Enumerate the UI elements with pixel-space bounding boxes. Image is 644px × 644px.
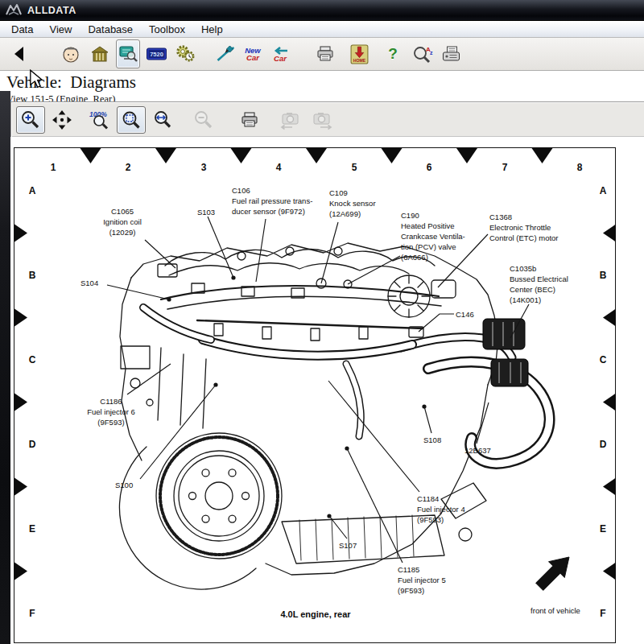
zoom-out-button[interactable] (189, 106, 218, 134)
callout-C1184: C1184Fuel injector 4(9F593) (417, 493, 465, 525)
calculator-button[interactable]: 7520 (145, 40, 167, 68)
previous-car-icon: Car (272, 47, 288, 62)
library-building-icon (89, 44, 110, 64)
zoom-fit-button[interactable] (117, 106, 146, 134)
zoom-100-icon: 100% (89, 109, 111, 130)
printer-icon (315, 44, 336, 64)
zoom-out-icon (193, 109, 214, 130)
callout-S100: S100 (115, 480, 133, 490)
callout-S103: S103 (197, 207, 215, 217)
callout-C190: C190Heated PositiveCrankcase Ventila-tio… (401, 210, 465, 263)
viewer-toolbar: 100% (10, 101, 644, 137)
menu-bar: DataViewDatabaseToolboxHelp (0, 21, 644, 38)
search-az-icon: A z (412, 44, 435, 64)
pan-button[interactable] (47, 106, 76, 134)
gears-clock-icon (175, 43, 196, 64)
zoom-100-button[interactable]: 100% (85, 106, 114, 134)
back-icon (10, 44, 28, 64)
expert-face-icon (60, 43, 81, 64)
front-of-vehicle-label: front of vehicle (530, 606, 580, 615)
search-button[interactable]: A z (412, 40, 435, 68)
svg-text:HOME: HOME (353, 58, 365, 63)
print-button[interactable] (314, 40, 336, 68)
page-title: Vehicle: Diagrams (6, 72, 644, 93)
menu-database[interactable]: Database (80, 22, 141, 37)
callout-C1035b: C1035bBussed ElectricalCenter (BEC)(14K0… (510, 263, 568, 305)
expert-button[interactable] (60, 40, 82, 68)
diagram-viewer-icon (118, 43, 139, 64)
menu-toolbox[interactable]: Toolbox (141, 22, 193, 37)
home-bookmark-button[interactable]: HOME (348, 40, 370, 68)
main-toolbar: 7520 New Car Car (0, 38, 644, 71)
next-view-button[interactable] (308, 106, 336, 134)
svg-text:z: z (430, 50, 433, 56)
svg-text:7520: 7520 (150, 51, 163, 58)
zoom-width-icon (152, 109, 173, 130)
back-button[interactable] (8, 40, 31, 68)
home-bookmark-icon: HOME (349, 44, 369, 64)
prev-view-camera-icon (279, 109, 302, 130)
zoom-in-button[interactable] (16, 106, 45, 134)
menu-data[interactable]: Data (3, 22, 41, 37)
pan-icon (52, 109, 72, 130)
notes-button[interactable] (214, 40, 237, 68)
zoom-width-button[interactable] (148, 106, 177, 134)
library-button[interactable] (89, 40, 111, 68)
callout-C109: C109Knock sensor(12A699) (329, 188, 376, 219)
fax-icon (440, 44, 462, 64)
zoom-fit-icon (121, 109, 142, 130)
new-car-icon: New Car (245, 47, 261, 61)
previous-car-button[interactable]: Car (269, 40, 291, 68)
diagram-viewer-button[interactable] (116, 39, 140, 68)
alldata-window: ALLDATA DataViewDatabaseToolboxHelp (0, 0, 644, 644)
menu-help[interactable]: Help (193, 22, 231, 37)
callout-12B637: 12B637 (464, 445, 491, 456)
fax-button[interactable] (440, 40, 462, 68)
help-icon: ? (388, 45, 398, 63)
callout-C146: C146 (456, 309, 474, 320)
window-edge (0, 91, 10, 644)
alldata-logo (6, 4, 22, 17)
next-view-camera-icon (311, 109, 333, 130)
callout-S107: S107 (339, 540, 357, 551)
calculator-7520-icon: 7520 (146, 44, 167, 64)
callout-S104: S104 (80, 278, 98, 288)
print-view-icon (239, 110, 260, 130)
title-bar: ALLDATA (0, 0, 644, 21)
new-car-button[interactable]: New Car (242, 40, 264, 68)
callout-C106: C106Fuel rail pressure trans-ducer senso… (232, 185, 312, 217)
callout-C1186: C1186Fuel injector 6(9F593) (87, 396, 135, 427)
diagram-caption: 4.0L engine, rear (280, 609, 350, 619)
menu-view[interactable]: View (41, 22, 80, 37)
help-button[interactable]: ? (382, 40, 404, 68)
callout-C1185: C1185Fuel injector 5(9F593) (398, 564, 446, 596)
maintenance-button[interactable] (174, 40, 196, 68)
mouse-cursor (27, 69, 45, 89)
callout-C1368: C1368Electronic ThrottleControl (ETC) mo… (489, 212, 559, 243)
page-header: Vehicle: Diagrams View 151-5 (Engine, Re… (0, 71, 644, 101)
window-title: ALLDATA (27, 5, 76, 16)
prev-view-button[interactable] (276, 106, 305, 134)
callout-C1065: C1065Ignition coil(12029) (103, 206, 142, 237)
pen-icon (215, 44, 237, 64)
callout-S108: S108 (423, 435, 441, 445)
zoom-in-icon (20, 109, 41, 130)
print-view-button[interactable] (235, 106, 264, 134)
